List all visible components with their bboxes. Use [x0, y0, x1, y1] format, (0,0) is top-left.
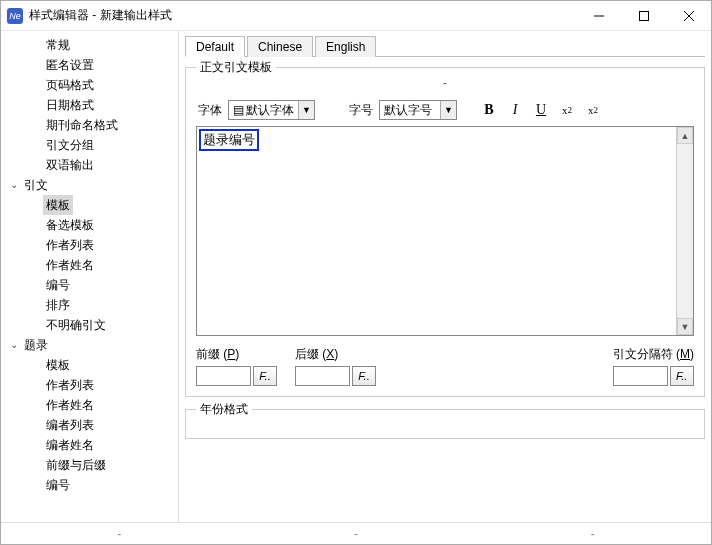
tree-label[interactable]: 编者列表: [43, 415, 97, 435]
statusbar: - - -: [1, 522, 711, 544]
tree-label[interactable]: 作者列表: [43, 235, 97, 255]
tree-label[interactable]: 双语输出: [43, 155, 97, 175]
underline-button[interactable]: U: [531, 100, 551, 120]
year-format-group: 年份格式: [185, 409, 705, 439]
tree-item[interactable]: 双语输出: [1, 155, 178, 175]
tree-label[interactable]: 作者姓名: [43, 395, 97, 415]
tree-item[interactable]: 模板: [1, 195, 178, 215]
separator-format-button[interactable]: F..: [670, 366, 694, 386]
group-legend: 正文引文模板: [196, 59, 276, 76]
tree-group[interactable]: ⌄题录: [1, 335, 178, 355]
tree-item[interactable]: 备选模板: [1, 215, 178, 235]
size-combo[interactable]: 默认字号 ▼: [379, 100, 457, 120]
tree-label[interactable]: 前缀与后缀: [43, 455, 109, 475]
italic-button[interactable]: I: [505, 100, 525, 120]
tree-label[interactable]: 页码格式: [43, 75, 97, 95]
font-combo[interactable]: ▤默认字体 ▼: [228, 100, 315, 120]
tree-item[interactable]: 作者姓名: [1, 395, 178, 415]
tree-label[interactable]: 模板: [43, 195, 73, 215]
tree-item[interactable]: 匿名设置: [1, 55, 178, 75]
sidebar[interactable]: 常规匿名设置页码格式日期格式期刊命名格式引文分组双语输出⌄引文模板备选模板作者列…: [1, 31, 179, 522]
font-icon: ▤: [233, 103, 244, 117]
tree-item[interactable]: 编者列表: [1, 415, 178, 435]
prefix-label: 前缀 (P): [196, 346, 277, 363]
separator-input[interactable]: [613, 366, 668, 386]
tree-label[interactable]: 引文: [21, 175, 51, 195]
tree-label[interactable]: 期刊命名格式: [43, 115, 121, 135]
tree-label[interactable]: 作者姓名: [43, 255, 97, 275]
tree-item[interactable]: 期刊命名格式: [1, 115, 178, 135]
tree-item[interactable]: 编号: [1, 475, 178, 495]
separator-label: 引文分隔符 (M): [613, 346, 694, 363]
bold-button[interactable]: B: [479, 100, 499, 120]
tree-label[interactable]: 编号: [43, 275, 73, 295]
minimize-button[interactable]: [576, 1, 621, 30]
tree-item[interactable]: 作者姓名: [1, 255, 178, 275]
tree-label[interactable]: 日期格式: [43, 95, 97, 115]
editor-scrollbar[interactable]: ▲ ▼: [676, 127, 693, 335]
suffix-label: 后缀 (X): [295, 346, 376, 363]
tree-label[interactable]: 引文分组: [43, 135, 97, 155]
tree-item[interactable]: 日期格式: [1, 95, 178, 115]
collapse-icon[interactable]: ⌄: [7, 175, 21, 195]
size-label: 字号: [349, 102, 373, 119]
tab-english[interactable]: English: [315, 36, 376, 57]
prefix-input[interactable]: [196, 366, 251, 386]
app-icon: Ne: [7, 8, 23, 24]
tree-label[interactable]: 作者列表: [43, 375, 97, 395]
tree-label[interactable]: 不明确引文: [43, 315, 109, 335]
tab-default[interactable]: Default: [185, 36, 245, 57]
tab-chinese[interactable]: Chinese: [247, 36, 313, 57]
template-editor[interactable]: 题录编号: [197, 127, 676, 335]
tree-item[interactable]: 排序: [1, 295, 178, 315]
dash-placeholder: -: [196, 76, 694, 92]
prefix-format-button[interactable]: F..: [253, 366, 277, 386]
tree-label[interactable]: 题录: [21, 335, 51, 355]
font-label: 字体: [198, 102, 222, 119]
svg-rect-1: [639, 11, 648, 20]
tree-group[interactable]: ⌄引文: [1, 175, 178, 195]
subscript-button[interactable]: x2: [557, 100, 577, 120]
scroll-up-icon[interactable]: ▲: [677, 127, 693, 144]
tree-item[interactable]: 常规: [1, 35, 178, 55]
tree-item[interactable]: 不明确引文: [1, 315, 178, 335]
tree-item[interactable]: 作者列表: [1, 375, 178, 395]
tree-item[interactable]: 引文分组: [1, 135, 178, 155]
tree-item[interactable]: 编号: [1, 275, 178, 295]
chevron-down-icon[interactable]: ▼: [440, 101, 456, 119]
year-legend: 年份格式: [196, 401, 252, 418]
tree-label[interactable]: 编者姓名: [43, 435, 97, 455]
chevron-down-icon[interactable]: ▼: [298, 101, 314, 119]
tree-label[interactable]: 常规: [43, 35, 73, 55]
close-button[interactable]: [666, 1, 711, 30]
window-title: 样式编辑器 - 新建输出样式: [29, 7, 576, 24]
tree-item[interactable]: 编者姓名: [1, 435, 178, 455]
suffix-format-button[interactable]: F..: [352, 366, 376, 386]
scroll-down-icon[interactable]: ▼: [677, 318, 693, 335]
suffix-input[interactable]: [295, 366, 350, 386]
citation-template-group: 正文引文模板 - 字体 ▤默认字体 ▼ 字号 默认字号 ▼ B I U x2: [185, 67, 705, 397]
tree-label[interactable]: 编号: [43, 475, 73, 495]
tree-label[interactable]: 模板: [43, 355, 73, 375]
tree-label[interactable]: 排序: [43, 295, 73, 315]
collapse-icon[interactable]: ⌄: [7, 335, 21, 355]
superscript-button[interactable]: x2: [583, 100, 603, 120]
tree-item[interactable]: 前缀与后缀: [1, 455, 178, 475]
tree-label[interactable]: 匿名设置: [43, 55, 97, 75]
maximize-button[interactable]: [621, 1, 666, 30]
tree-item[interactable]: 作者列表: [1, 235, 178, 255]
tree-item[interactable]: 页码格式: [1, 75, 178, 95]
tree-item[interactable]: 模板: [1, 355, 178, 375]
tree-label[interactable]: 备选模板: [43, 215, 97, 235]
field-token[interactable]: 题录编号: [199, 129, 259, 151]
